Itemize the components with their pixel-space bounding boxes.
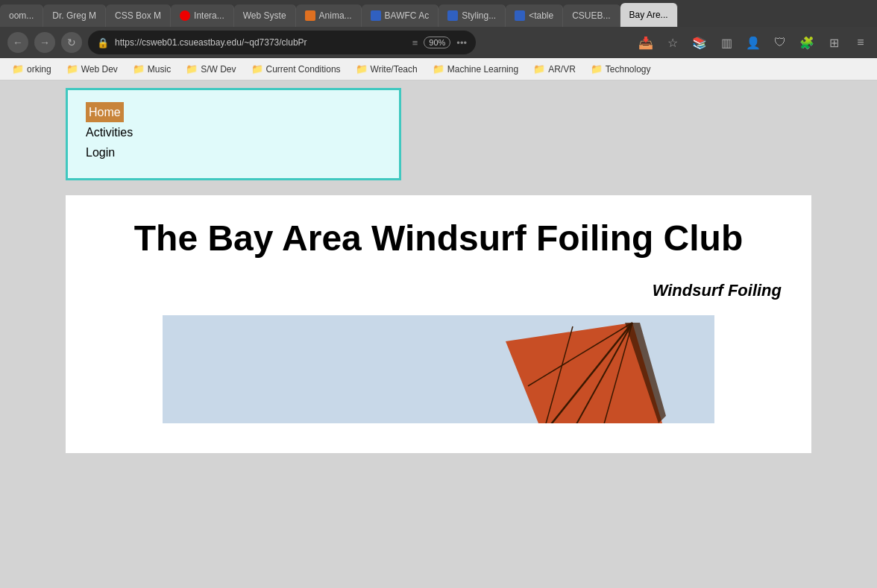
tab-4[interactable]: Intera... [171,4,234,27]
bookmark-label: orking [27,64,51,75]
tab-8[interactable]: Styling... [438,4,506,27]
tab-label: Dr. Greg M [52,10,96,21]
site-title: The Bay Area Windsurf Foiling Club [95,218,782,259]
folder-icon: 📁 [186,63,198,75]
bookmark-music[interactable]: 📁 Music [127,62,177,76]
bookmark-arvr[interactable]: 📁 AR/VR [527,62,582,76]
tab-label: CSS Box M [115,10,161,21]
bookmark-webdev[interactable]: 📁 Web Dev [60,62,124,76]
page-subtitle: Windsurf Foiling [95,281,782,300]
extension-icon[interactable]: 🧩 [798,34,816,51]
tab-label: Intera... [194,10,224,21]
tab-bar: oom... Dr. Greg M CSS Box M Intera... We… [0,0,877,27]
more-options-icon[interactable]: ••• [456,37,467,48]
folder-icon: 📁 [12,63,24,75]
bookmark-label: Web Dev [81,64,118,75]
reload-button[interactable]: ↻ [61,32,82,53]
shield-icon[interactable]: 🛡 [771,34,789,51]
back-button[interactable]: ← [7,32,28,53]
url-text: https://csweb01.csueastbay.edu/~qd7373/c… [115,37,406,48]
bookmark-tech[interactable]: 📁 Technology [585,62,657,76]
tab-label: BAWFC Ac [385,10,430,21]
url-bar[interactable]: 🔒 https://csweb01.csueastbay.edu/~qd7373… [88,31,476,54]
tab-label: CSUEB... [572,10,610,21]
bookmark-swdev[interactable]: 📁 S/W Dev [180,62,242,76]
tab-5[interactable]: Web Syste [234,4,296,27]
main-content: The Bay Area Windsurf Foiling Club Winds… [66,195,811,453]
folder-icon: 📁 [66,63,78,75]
folder-icon: 📁 [356,63,368,75]
tab-10[interactable]: CSUEB... [563,4,620,27]
hero-image [163,315,714,423]
tab-label: Web Syste [243,10,286,21]
bookmark-write-teach[interactable]: 📁 Write/Teach [350,62,424,76]
tab-label: Anima... [319,10,352,21]
tab-label: <table [529,10,553,21]
bookmark-star-icon[interactable]: ☆ [664,34,682,51]
kite-svg [483,319,670,423]
menu-icon[interactable]: ≡ [852,34,870,51]
toolbar-icons: 📥 ☆ 📚 ▥ 👤 🛡 🧩 ⊞ ≡ [637,34,870,51]
folder-icon: 📁 [433,63,444,75]
bookmark-label: Current Conditions [266,64,341,75]
address-bar: ← → ↻ 🔒 https://csweb01.csueastbay.edu/~… [0,27,877,58]
bookmark-orking[interactable]: 📁 orking [6,62,57,76]
tab-favicon [180,10,190,21]
tab-label: Bay Are... [629,10,668,20]
library-icon[interactable]: 📚 [691,34,708,51]
nav-home-link[interactable]: Home [86,102,124,122]
grid-icon[interactable]: ⊞ [825,34,843,51]
tab-favicon [371,10,381,21]
tab-9[interactable]: <table [506,4,563,27]
tab-11-active[interactable]: Bay Are... [620,3,678,27]
tab-7[interactable]: BAWFC Ac [362,4,439,27]
zoom-badge[interactable]: 90% [424,37,450,48]
tab-favicon [447,10,458,21]
browser-chrome: oom... Dr. Greg M CSS Box M Intera... We… [0,0,877,80]
folder-icon: 📁 [251,63,263,75]
bookmark-label: Write/Teach [371,64,418,75]
tab-label: oom... [9,10,34,21]
bookmark-current-conditions[interactable]: 📁 Current Conditions [245,62,347,76]
bookmark-label: Music [148,64,171,75]
lock-icon: 🔒 [97,37,109,48]
pocket-icon[interactable]: 📥 [637,34,655,51]
nav-activities-link[interactable]: Activities [86,122,381,142]
bookmark-label: Machine Learning [447,64,518,75]
page-wrapper: Home Activities Login The Bay Area Winds… [0,80,877,528]
reader-mode-icon: ≡ [412,37,418,48]
bookmark-ml[interactable]: 📁 Machine Learning [427,62,524,76]
sidebar-icon[interactable]: ▥ [717,34,735,51]
tab-2[interactable]: Dr. Greg M [43,4,106,27]
account-icon[interactable]: 👤 [744,34,762,51]
folder-icon: 📁 [591,63,603,75]
tab-1[interactable]: oom... [0,4,43,27]
tab-3[interactable]: CSS Box M [106,4,171,27]
folder-icon: 📁 [133,63,145,75]
bookmark-label: S/W Dev [201,64,236,75]
bookmarks-bar: 📁 orking 📁 Web Dev 📁 Music 📁 S/W Dev 📁 C… [0,58,877,80]
nav-box: Home Activities Login [66,88,401,180]
tab-favicon [515,10,525,21]
tab-favicon [305,10,315,21]
forward-button[interactable]: → [34,32,55,53]
bookmark-label: AR/VR [548,64,576,75]
folder-icon: 📁 [533,63,545,75]
tab-6[interactable]: Anima... [296,4,362,27]
nav-login-link[interactable]: Login [86,142,381,162]
bookmark-label: Technology [606,64,651,75]
tab-label: Styling... [462,10,496,21]
